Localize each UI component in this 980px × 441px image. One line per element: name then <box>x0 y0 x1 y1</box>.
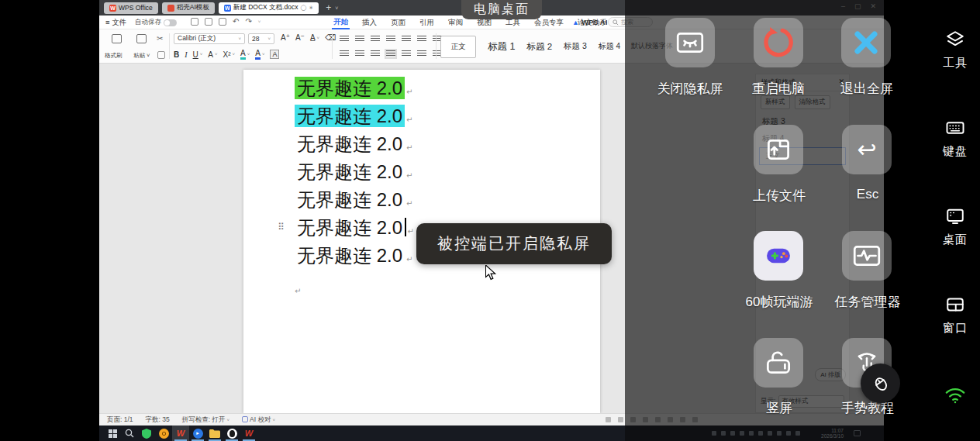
tab-docer-template[interactable]: 稻壳AI模板 <box>162 2 215 14</box>
style-heading2[interactable]: 标题 2 <box>526 41 552 53</box>
doc-line[interactable]: 无界趣连 2.0↵ <box>295 133 412 156</box>
paragraph-mark: ↵ <box>295 287 301 295</box>
wps-taskbar-icon[interactable]: W <box>172 425 189 441</box>
ribbon-tab-home[interactable]: 开始 <box>332 16 350 29</box>
strikethrough-icon[interactable]: A <box>208 50 213 59</box>
character-shading-icon[interactable]: A <box>270 50 279 59</box>
underline-button[interactable]: U <box>193 50 198 59</box>
font-color-button[interactable]: A <box>255 49 261 60</box>
italic-button[interactable]: I <box>185 50 187 59</box>
exit-fullscreen-icon <box>851 27 882 58</box>
wps-ai-button[interactable]: ▲ WPS AI <box>572 18 607 26</box>
doc-empty-line[interactable]: ↵ <box>295 276 301 299</box>
numbered-list-icon[interactable] <box>355 36 364 43</box>
increase-indent-icon[interactable] <box>386 36 395 43</box>
paste-icon[interactable] <box>136 34 147 43</box>
align-left-icon[interactable] <box>340 50 349 57</box>
game-mode-button[interactable] <box>754 231 803 281</box>
print-icon[interactable] <box>205 18 212 26</box>
penguin-app-icon[interactable] <box>223 425 240 441</box>
word-count[interactable]: 字数: 35 <box>146 415 170 425</box>
format-painter-icon[interactable] <box>112 34 122 43</box>
bullet-list-icon[interactable] <box>340 36 349 43</box>
doc-line[interactable]: 无界趣连 2.0↵ <box>295 244 412 267</box>
doc-line[interactable]: 无界趣连 2.0↵ <box>295 77 412 100</box>
highlight-color-button[interactable]: A <box>240 49 246 60</box>
line-spacing-icon[interactable] <box>417 36 426 43</box>
sidebar-item-desktop[interactable]: 桌面 <box>930 205 980 247</box>
autosave-toggle[interactable] <box>164 19 177 26</box>
taskbar-search-icon[interactable] <box>121 425 138 441</box>
style-heading4[interactable]: 标题 4 <box>599 41 620 52</box>
close-privacy-screen-button[interactable] <box>665 18 715 67</box>
upload-file-button[interactable] <box>754 125 803 174</box>
doc-line[interactable]: 无界趣连 2.0↵ <box>295 216 414 239</box>
ribbon-tab-insert[interactable]: 插入 <box>361 17 378 29</box>
quick-access-caret-icon[interactable]: ˅ <box>258 19 261 24</box>
cut-icon[interactable]: ✂ <box>157 34 163 43</box>
style-heading1[interactable]: 标题 1 <box>488 40 515 53</box>
mouse-mode-button[interactable] <box>861 363 900 403</box>
ribbon-tab-review[interactable]: 审阅 <box>447 17 464 29</box>
restart-computer-button[interactable] <box>754 18 803 67</box>
align-right-icon[interactable] <box>371 50 380 57</box>
ai-proofread-button[interactable]: AI 校对˅ <box>242 415 275 425</box>
doc-line[interactable]: 无界趣连 2.0↵ <box>295 105 412 128</box>
undo-icon[interactable]: ↶ <box>233 17 239 26</box>
paste-button[interactable]: 粘贴 ˅ <box>133 52 150 60</box>
media-player-app-icon[interactable]: ▸ <box>189 425 206 441</box>
esc-icon: ↩ <box>857 138 876 161</box>
text-effects-icon[interactable]: A̲ <box>310 33 316 42</box>
style-normal[interactable]: 正文 <box>440 36 476 58</box>
text-direction-icon[interactable] <box>402 36 411 43</box>
spellcheck-status[interactable]: 拼写检查: 打开˅ <box>182 415 229 425</box>
paragraph-mark: ↵ <box>406 255 412 264</box>
sidebar-item-keyboard[interactable]: 键盘 <box>930 116 980 159</box>
sidebar-item-tools[interactable]: 工具 <box>930 28 980 71</box>
decrease-indent-icon[interactable] <box>371 36 380 43</box>
file-menu[interactable]: ≡ 文件 <box>105 18 126 28</box>
tab-current-document[interactable]: W 新建 DOCX 文档.docx ◯ ∗ <box>219 2 319 14</box>
file-explorer-icon[interactable] <box>206 425 223 441</box>
increase-font-icon[interactable]: A⁺ <box>281 33 290 42</box>
save-icon[interactable] <box>191 18 198 26</box>
paragraph-drag-handle-icon[interactable]: ⠿ <box>278 222 285 233</box>
format-painter-button[interactable]: 格式刷 <box>105 52 122 60</box>
sync-icon[interactable]: ◯ <box>300 5 306 11</box>
security-shield-app-icon[interactable] <box>138 425 155 441</box>
tab-list-caret-icon[interactable]: ˅ <box>335 5 338 11</box>
remote-session-pill[interactable]: 电脑桌面 <box>461 0 542 19</box>
autosave-control[interactable]: 自动保存 <box>135 18 177 27</box>
ribbon-tab-reference[interactable]: 引用 <box>418 17 436 29</box>
distribute-icon[interactable] <box>402 50 411 57</box>
style-heading3[interactable]: 标题 3 <box>564 41 587 52</box>
doc-line[interactable]: 无界趣连 2.0↵ <box>295 188 412 212</box>
decrease-font-icon[interactable]: A⁻ <box>295 33 305 42</box>
wps-writer-app-icon[interactable]: W <box>240 425 257 441</box>
font-size-select[interactable]: 28˅ <box>248 33 274 44</box>
copy-icon[interactable] <box>157 51 165 59</box>
ribbon-tab-page[interactable]: 页面 <box>389 17 407 29</box>
task-manager-icon <box>851 239 883 272</box>
bold-button[interactable]: B <box>174 50 179 59</box>
font-name-select[interactable]: Calibri (正文)˅ <box>174 33 245 44</box>
clear-format-icon[interactable]: ⌫ <box>325 33 336 42</box>
paragraph-mark-icon[interactable] <box>417 50 426 57</box>
doc-line[interactable]: 无界趣连 2.0↵ <box>295 160 412 184</box>
align-center-icon[interactable] <box>355 50 364 57</box>
task-manager-button[interactable] <box>842 231 892 281</box>
portrait-mode-button[interactable] <box>754 338 803 388</box>
redo-icon[interactable]: ↷ <box>245 17 251 26</box>
superscript-icon[interactable]: X² <box>223 50 231 59</box>
exit-fullscreen-button[interactable] <box>841 18 891 67</box>
new-tab-button[interactable]: + <box>326 2 331 13</box>
autosave-label: 自动保存 <box>135 18 161 27</box>
tab-wps-office[interactable]: W WPS Office <box>104 2 158 14</box>
orange-app-icon[interactable] <box>155 425 172 441</box>
print-preview-icon[interactable] <box>219 18 226 26</box>
style-gallery: 正文 标题 1 标题 2 标题 3 标题 4 <box>440 29 620 64</box>
start-button[interactable] <box>104 425 121 441</box>
esc-button[interactable]: ↩ <box>842 125 892 174</box>
justify-icon[interactable] <box>386 50 395 57</box>
sidebar-item-windows[interactable]: 窗口 <box>930 293 980 336</box>
